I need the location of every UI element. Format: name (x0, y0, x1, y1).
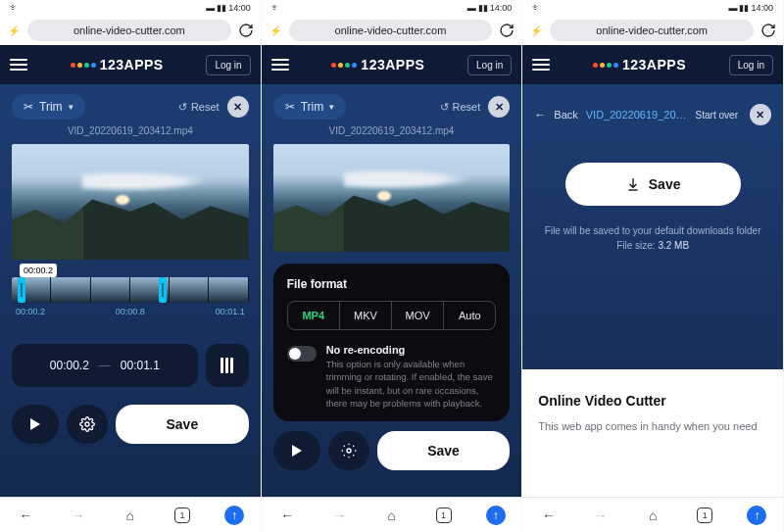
back-icon[interactable]: ← (277, 506, 297, 525)
logo-text: 123APPS (100, 57, 164, 73)
reload-icon[interactable] (760, 22, 777, 39)
play-button[interactable] (12, 405, 59, 444)
battery-icon: ▮▮ (217, 3, 226, 13)
settings-button[interactable] (67, 405, 108, 444)
forward-icon[interactable]: → (69, 506, 88, 525)
back-arrow-icon[interactable]: ← (534, 108, 546, 121)
download-save-button[interactable]: Save (565, 163, 741, 206)
save-button[interactable]: Save (116, 405, 249, 444)
timeline-labels: 00:00.2 00:00.8 00:01.1 (12, 307, 249, 316)
format-option-auto[interactable]: Auto (444, 302, 495, 329)
toolbar: ✂ Trim ▾ ↺Reset ✕ (273, 94, 511, 120)
home-icon[interactable]: ⌂ (121, 506, 140, 525)
battery-icon: ▮▮ (478, 3, 488, 13)
tabs-button[interactable]: 1 (434, 506, 454, 525)
trim-label: Trim (39, 100, 63, 114)
login-button[interactable]: Log in (467, 55, 512, 75)
time-range-row: 00:00.2 — 00:01.1 (12, 344, 249, 387)
browser-bottom-bar: ← → ⌂ 1 ↑ (262, 497, 522, 532)
close-button[interactable]: ✕ (488, 96, 510, 118)
reset-button[interactable]: ↺Reset (440, 101, 481, 114)
play-icon (30, 418, 40, 430)
status-time: 14:00 (228, 3, 251, 13)
reset-button[interactable]: ↺ Reset (178, 101, 220, 114)
address-bar: ⚡ online-video-cutter.com (522, 16, 783, 45)
url-box[interactable]: online-video-cutter.com (550, 20, 754, 41)
breadcrumb: ← Back VID_20220619_203412.mp4 Start ove… (534, 104, 771, 125)
logo-text: 123APPS (361, 57, 424, 73)
filename-label: VID_20220619_203412.mp4 (12, 125, 249, 136)
trim-handle-right[interactable] (159, 277, 167, 303)
tabs-button[interactable]: 1 (695, 506, 714, 525)
filmstrip-icon (220, 358, 233, 373)
back-icon[interactable]: ← (539, 506, 559, 525)
login-button[interactable]: Log in (206, 55, 250, 75)
start-over-button[interactable]: Start over (696, 110, 738, 121)
trim-handle-left[interactable] (18, 277, 25, 303)
bolt-icon[interactable]: ⚡ (528, 23, 544, 38)
app-header: 123APPS Log in (522, 45, 783, 84)
play-button[interactable] (273, 431, 320, 470)
gear-icon (341, 443, 357, 459)
trim-button[interactable]: ✂ Trim ▾ (12, 94, 85, 120)
format-option-mov[interactable]: MOV (392, 302, 444, 329)
url-box[interactable]: online-video-cutter.com (27, 20, 231, 41)
reset-label: Reset (191, 101, 220, 113)
time-range-box[interactable]: 00:00.2 — 00:01.1 (12, 344, 198, 387)
hamburger-icon[interactable] (271, 59, 289, 71)
filmstrip-button[interactable] (206, 344, 249, 387)
toolbar: ✂ Trim ▾ ↺ Reset ✕ (12, 94, 249, 120)
logo[interactable]: 123APPS (593, 57, 686, 73)
close-button[interactable]: ✕ (227, 96, 249, 118)
format-option-mp4[interactable]: MP4 (288, 302, 340, 329)
reload-icon[interactable] (498, 22, 515, 39)
forward-icon[interactable]: → (329, 506, 349, 525)
bolt-icon[interactable]: ⚡ (268, 23, 283, 38)
trim-label: Trim (301, 100, 324, 114)
status-bar: ᯤ ▬▮▮14:00 (522, 0, 783, 16)
video-preview[interactable] (273, 144, 511, 252)
settings-button[interactable] (328, 431, 369, 470)
timeline-track[interactable] (12, 277, 249, 303)
video-preview[interactable] (12, 144, 249, 260)
app-body: ✂ Trim ▾ ↺Reset ✕ VID_20220619_203412.mp… (262, 84, 522, 497)
save-button[interactable]: Save (377, 431, 511, 470)
chevron-down-icon: ▾ (69, 102, 74, 112)
url-box[interactable]: online-video-cutter.com (289, 20, 493, 41)
home-icon[interactable]: ⌂ (643, 506, 662, 525)
bolt-icon[interactable]: ⚡ (6, 23, 22, 38)
upload-button[interactable]: ↑ (224, 506, 244, 525)
time-mark: 00:00.8 (116, 307, 145, 316)
format-option-mkv[interactable]: MKV (340, 302, 392, 329)
wifi-icon: ᯤ (271, 3, 280, 13)
dash-icon: — (99, 359, 111, 372)
reencode-label: No re-encoding (326, 344, 497, 356)
upload-button[interactable]: ↑ (747, 506, 766, 525)
filesize-value: 3.2 MB (658, 240, 689, 251)
status-time: 14:00 (751, 3, 773, 13)
reset-label: Reset (453, 101, 481, 113)
reload-icon[interactable] (237, 22, 255, 39)
close-button[interactable]: ✕ (750, 104, 771, 125)
logo[interactable]: 123APPS (331, 57, 424, 73)
info-card-description: This web app comes in handy when you nee… (538, 418, 767, 436)
upload-button[interactable]: ↑ (486, 506, 506, 525)
login-button[interactable]: Log in (729, 55, 773, 75)
back-label[interactable]: Back (554, 109, 577, 121)
tab-count: 1 (697, 508, 712, 523)
hamburger-icon[interactable] (10, 59, 27, 71)
time-mark: 00:01.1 (216, 307, 245, 316)
home-icon[interactable]: ⌂ (381, 506, 401, 525)
back-icon[interactable]: ← (17, 506, 36, 525)
trim-button[interactable]: ✂ Trim ▾ (273, 94, 347, 120)
tabs-button[interactable]: 1 (172, 506, 192, 525)
forward-icon[interactable]: → (591, 506, 611, 525)
tab-count: 1 (174, 508, 190, 523)
svg-point-0 (85, 422, 89, 426)
logo[interactable]: 123APPS (71, 57, 164, 73)
hamburger-icon[interactable] (532, 59, 550, 71)
reencode-toggle[interactable] (287, 346, 317, 362)
timeline[interactable]: 00:00.2 00:00.2 00:00.8 00:01.1 (12, 277, 249, 324)
reencode-row: No re-encoding This option is only avail… (287, 344, 497, 410)
scissors-icon: ✂ (285, 100, 295, 114)
